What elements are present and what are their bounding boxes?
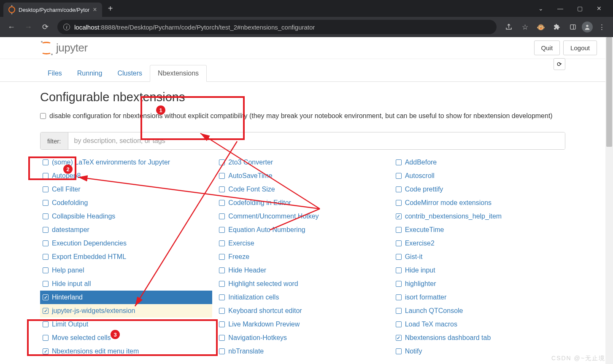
extension-checkbox[interactable] [396, 267, 402, 273]
extension-item[interactable]: Exercise2 [393, 237, 565, 250]
extension-checkbox[interactable] [219, 321, 225, 327]
extension-item[interactable]: 2to3 Converter [216, 156, 389, 169]
extension-checkbox[interactable] [396, 240, 402, 246]
extension-item[interactable]: Keyboard shortcut editor [216, 304, 389, 318]
extension-checkbox[interactable] [219, 294, 225, 300]
extension-item[interactable]: Comment/Uncomment Hotkey [216, 210, 389, 223]
extension-checkbox[interactable] [396, 308, 402, 314]
extension-item[interactable]: Limit Output [40, 318, 212, 331]
extension-item[interactable]: Live Markdown Preview [216, 318, 389, 331]
extension-item[interactable]: Nbextensions edit menu item [40, 345, 212, 358]
extension-checkbox[interactable] [396, 281, 402, 287]
extension-item[interactable]: Codefolding in Editor [216, 196, 389, 210]
extension-checkbox[interactable] [396, 227, 402, 233]
extension-item[interactable]: Hinterland [40, 291, 212, 304]
extension-checkbox[interactable] [43, 254, 49, 260]
extension-checkbox[interactable] [43, 281, 49, 287]
minimize-icon[interactable]: ― [551, 5, 570, 12]
address-bar[interactable]: i localhost:8888/tree/Desktop/Pycharm/co… [57, 20, 497, 34]
forward-icon[interactable]: → [21, 20, 35, 34]
extension-item[interactable]: (some) LaTeX environments for Jupyter [40, 156, 212, 169]
extension-item[interactable]: Notify [393, 345, 565, 358]
maximize-icon[interactable]: ▢ [570, 5, 589, 12]
extension-checkbox[interactable] [396, 335, 402, 341]
share-icon[interactable] [502, 20, 516, 34]
extension-item[interactable]: Move selected cells [40, 331, 212, 345]
extension-checkbox[interactable] [43, 186, 49, 192]
extension-checkbox[interactable] [219, 200, 225, 206]
tab-running[interactable]: Running [70, 65, 110, 81]
extension-checkbox[interactable] [219, 254, 225, 260]
extension-item[interactable]: CodeMirror mode extensions [393, 196, 565, 210]
extension-checkbox[interactable] [43, 294, 49, 300]
extension-checkbox[interactable] [219, 240, 225, 246]
extension-checkbox[interactable] [43, 348, 49, 354]
extension-checkbox[interactable] [43, 159, 49, 165]
extension-item[interactable]: Export Embedded HTML [40, 250, 212, 264]
extension-item[interactable]: nbTranslate [216, 345, 389, 358]
extension-item[interactable]: Hide input [393, 264, 565, 277]
tampermonkey-icon[interactable]: 🐵 [534, 20, 548, 34]
disable-compat-checkbox[interactable] [40, 113, 46, 119]
extension-item[interactable]: Navigation-Hotkeys [216, 331, 389, 345]
extension-item[interactable]: AutoSaveTime [216, 169, 389, 183]
extension-item[interactable]: contrib_nbextensions_help_item [393, 210, 565, 223]
extension-item[interactable]: highlighter [393, 277, 565, 291]
extension-item[interactable]: Cell Filter [40, 183, 212, 196]
jupyter-logo[interactable]: jupyter [40, 41, 88, 54]
extension-checkbox[interactable] [219, 213, 225, 219]
extension-item[interactable]: Hide input all [40, 277, 212, 291]
star-icon[interactable]: ☆ [518, 20, 532, 34]
extension-checkbox[interactable] [43, 200, 49, 206]
extension-item[interactable]: jupyter-js-widgets/extension [40, 304, 212, 318]
refresh-button[interactable]: ⟳ [554, 58, 565, 70]
extension-checkbox[interactable] [219, 173, 225, 179]
extension-checkbox[interactable] [219, 348, 225, 354]
extension-checkbox[interactable] [43, 267, 49, 273]
extension-item[interactable]: Code prettify [393, 183, 565, 196]
filter-input[interactable] [68, 132, 565, 149]
extension-checkbox[interactable] [219, 308, 225, 314]
extension-checkbox[interactable] [396, 159, 402, 165]
extension-checkbox[interactable] [396, 348, 402, 354]
extension-item[interactable]: Nbextensions dashboard tab [393, 331, 565, 345]
extension-item[interactable]: AddBefore [393, 156, 565, 169]
extension-checkbox[interactable] [219, 159, 225, 165]
extensions-icon[interactable] [550, 20, 564, 34]
logout-button[interactable]: Logout [563, 40, 597, 55]
extension-item[interactable]: Codefolding [40, 196, 212, 210]
extension-checkbox[interactable] [219, 281, 225, 287]
extension-checkbox[interactable] [396, 321, 402, 327]
extension-item[interactable]: datestamper [40, 223, 212, 237]
extension-checkbox[interactable] [43, 213, 49, 219]
extension-checkbox[interactable] [396, 213, 402, 219]
extension-checkbox[interactable] [219, 267, 225, 273]
side-panel-icon[interactable] [566, 20, 580, 34]
extension-checkbox[interactable] [396, 186, 402, 192]
back-icon[interactable]: ← [4, 20, 19, 34]
browser-tab[interactable]: Desktop/Pycharm/code/Pytor × [3, 3, 102, 17]
extension-checkbox[interactable] [43, 173, 49, 179]
extension-checkbox[interactable] [43, 227, 49, 233]
close-window-icon[interactable]: ✕ [589, 5, 609, 12]
extension-checkbox[interactable] [396, 173, 402, 179]
site-info-icon[interactable]: i [63, 24, 70, 30]
scrollbar-track[interactable] [605, 37, 613, 364]
extension-item[interactable]: Execution Dependencies [40, 237, 212, 250]
quit-button[interactable]: Quit [534, 40, 560, 55]
extension-item[interactable]: Load TeX macros [393, 318, 565, 331]
extension-item[interactable]: Launch QTConsole [393, 304, 565, 318]
extension-item[interactable]: ExecuteTime [393, 223, 565, 237]
new-tab-button[interactable]: + [102, 4, 119, 13]
kebab-menu-icon[interactable]: ⋮ [594, 20, 609, 34]
extension-item[interactable]: Collapsible Headings [40, 210, 212, 223]
tab-nbextensions[interactable]: Nbextensions [150, 65, 207, 82]
extension-item[interactable]: Highlight selected word [216, 277, 389, 291]
tab-files[interactable]: Files [40, 65, 70, 81]
profile-avatar[interactable] [582, 22, 593, 32]
extension-item[interactable]: Initialization cells [216, 291, 389, 304]
extension-item[interactable]: Autoscroll [393, 169, 565, 183]
reload-icon[interactable]: ⟳ [38, 20, 52, 34]
scrollbar-thumb[interactable] [606, 37, 612, 147]
tab-clusters[interactable]: Clusters [110, 65, 150, 81]
